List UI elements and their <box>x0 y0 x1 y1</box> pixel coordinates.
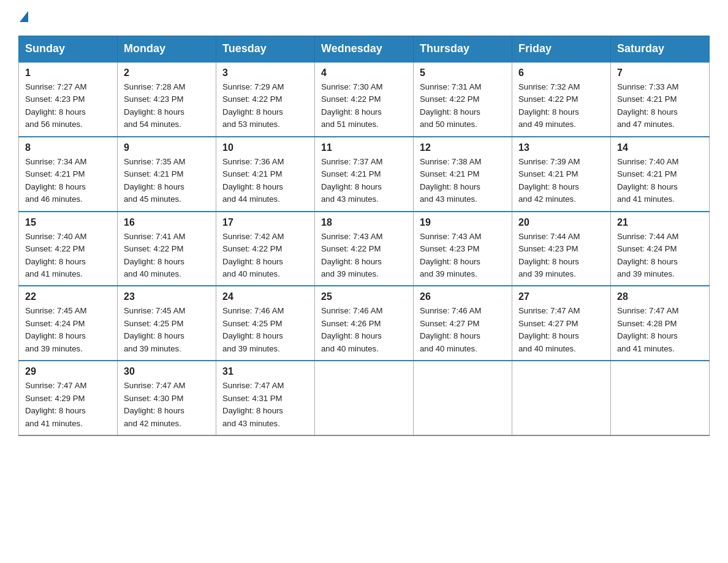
day-number: 4 <box>321 67 407 79</box>
day-info: Sunrise: 7:33 AMSunset: 4:21 PMDaylight:… <box>617 82 678 129</box>
day-number: 26 <box>420 291 506 302</box>
day-info: Sunrise: 7:32 AMSunset: 4:22 PMDaylight:… <box>518 82 580 129</box>
day-info: Sunrise: 7:44 AMSunset: 4:24 PMDaylight:… <box>617 232 678 278</box>
day-number: 24 <box>222 291 308 302</box>
day-info: Sunrise: 7:39 AMSunset: 4:21 PMDaylight:… <box>518 157 580 204</box>
column-header-tuesday: Tuesday <box>216 36 315 63</box>
day-info: Sunrise: 7:41 AMSunset: 4:22 PMDaylight:… <box>124 232 185 278</box>
day-info: Sunrise: 7:46 AMSunset: 4:27 PMDaylight:… <box>420 306 481 353</box>
day-info: Sunrise: 7:46 AMSunset: 4:25 PMDaylight:… <box>222 306 284 353</box>
day-number: 19 <box>420 217 506 228</box>
day-info: Sunrise: 7:46 AMSunset: 4:26 PMDaylight:… <box>321 306 382 353</box>
calendar-cell: 25 Sunrise: 7:46 AMSunset: 4:26 PMDaylig… <box>315 286 414 361</box>
calendar-cell <box>315 361 414 435</box>
calendar-cell: 6 Sunrise: 7:32 AMSunset: 4:22 PMDayligh… <box>512 62 611 137</box>
calendar-week-row: 22 Sunrise: 7:45 AMSunset: 4:24 PMDaylig… <box>19 286 710 361</box>
day-number: 21 <box>617 217 703 228</box>
day-number: 16 <box>124 217 210 228</box>
day-info: Sunrise: 7:28 AMSunset: 4:23 PMDaylight:… <box>124 82 185 129</box>
calendar-cell: 17 Sunrise: 7:42 AMSunset: 4:22 PMDaylig… <box>216 212 315 286</box>
calendar-cell: 8 Sunrise: 7:34 AMSunset: 4:21 PMDayligh… <box>19 137 118 212</box>
calendar-cell: 5 Sunrise: 7:31 AMSunset: 4:22 PMDayligh… <box>414 62 512 137</box>
calendar-cell: 12 Sunrise: 7:38 AMSunset: 4:21 PMDaylig… <box>414 137 512 212</box>
calendar-week-row: 1 Sunrise: 7:27 AMSunset: 4:23 PMDayligh… <box>19 62 710 137</box>
day-info: Sunrise: 7:27 AMSunset: 4:23 PMDaylight:… <box>25 82 86 129</box>
calendar-cell: 16 Sunrise: 7:41 AMSunset: 4:22 PMDaylig… <box>118 212 216 286</box>
day-number: 17 <box>222 217 308 228</box>
day-number: 28 <box>617 291 703 302</box>
calendar-cell: 20 Sunrise: 7:44 AMSunset: 4:23 PMDaylig… <box>512 212 611 286</box>
day-info: Sunrise: 7:45 AMSunset: 4:25 PMDaylight:… <box>124 306 185 353</box>
day-number: 30 <box>124 366 210 377</box>
calendar-cell: 3 Sunrise: 7:29 AMSunset: 4:22 PMDayligh… <box>216 62 315 137</box>
calendar-cell: 28 Sunrise: 7:47 AMSunset: 4:28 PMDaylig… <box>611 286 710 361</box>
day-number: 23 <box>124 291 210 302</box>
day-info: Sunrise: 7:47 AMSunset: 4:27 PMDaylight:… <box>518 306 580 353</box>
day-info: Sunrise: 7:34 AMSunset: 4:21 PMDaylight:… <box>25 157 86 204</box>
day-number: 3 <box>222 67 308 79</box>
calendar-cell: 19 Sunrise: 7:43 AMSunset: 4:23 PMDaylig… <box>414 212 512 286</box>
calendar-cell: 31 Sunrise: 7:47 AMSunset: 4:31 PMDaylig… <box>216 361 315 435</box>
day-number: 31 <box>222 366 308 377</box>
day-number: 25 <box>321 291 407 302</box>
calendar-cell: 2 Sunrise: 7:28 AMSunset: 4:23 PMDayligh… <box>118 62 216 137</box>
day-info: Sunrise: 7:44 AMSunset: 4:23 PMDaylight:… <box>518 232 580 278</box>
calendar-cell: 4 Sunrise: 7:30 AMSunset: 4:22 PMDayligh… <box>315 62 414 137</box>
calendar-cell: 15 Sunrise: 7:40 AMSunset: 4:22 PMDaylig… <box>19 212 118 286</box>
logo <box>18 12 29 23</box>
day-info: Sunrise: 7:43 AMSunset: 4:23 PMDaylight:… <box>420 232 481 278</box>
calendar-cell: 14 Sunrise: 7:40 AMSunset: 4:21 PMDaylig… <box>611 137 710 212</box>
column-header-sunday: Sunday <box>19 36 118 63</box>
calendar-cell: 23 Sunrise: 7:45 AMSunset: 4:25 PMDaylig… <box>118 286 216 361</box>
column-header-wednesday: Wednesday <box>315 36 414 63</box>
day-info: Sunrise: 7:30 AMSunset: 4:22 PMDaylight:… <box>321 82 382 129</box>
day-number: 20 <box>518 217 604 228</box>
day-number: 13 <box>518 142 604 153</box>
day-number: 11 <box>321 142 407 153</box>
day-info: Sunrise: 7:37 AMSunset: 4:21 PMDaylight:… <box>321 157 382 204</box>
day-info: Sunrise: 7:38 AMSunset: 4:21 PMDaylight:… <box>420 157 481 204</box>
calendar-cell: 30 Sunrise: 7:47 AMSunset: 4:30 PMDaylig… <box>118 361 216 435</box>
calendar-cell <box>611 361 710 435</box>
day-info: Sunrise: 7:36 AMSunset: 4:21 PMDaylight:… <box>222 157 284 204</box>
calendar-cell: 13 Sunrise: 7:39 AMSunset: 4:21 PMDaylig… <box>512 137 611 212</box>
logo-triangle-icon <box>20 11 28 22</box>
day-info: Sunrise: 7:43 AMSunset: 4:22 PMDaylight:… <box>321 232 382 278</box>
calendar-cell: 7 Sunrise: 7:33 AMSunset: 4:21 PMDayligh… <box>611 62 710 137</box>
day-number: 29 <box>25 366 111 377</box>
calendar-cell <box>414 361 512 435</box>
day-number: 9 <box>124 142 210 153</box>
column-header-monday: Monday <box>118 36 216 63</box>
calendar-header-row: SundayMondayTuesdayWednesdayThursdayFrid… <box>19 36 710 63</box>
day-info: Sunrise: 7:47 AMSunset: 4:30 PMDaylight:… <box>124 381 185 427</box>
calendar-cell: 29 Sunrise: 7:47 AMSunset: 4:29 PMDaylig… <box>19 361 118 435</box>
day-number: 1 <box>25 67 111 79</box>
day-number: 2 <box>124 67 210 79</box>
day-number: 6 <box>518 67 604 79</box>
day-info: Sunrise: 7:45 AMSunset: 4:24 PMDaylight:… <box>25 306 86 353</box>
calendar-cell: 18 Sunrise: 7:43 AMSunset: 4:22 PMDaylig… <box>315 212 414 286</box>
column-header-saturday: Saturday <box>611 36 710 63</box>
day-info: Sunrise: 7:47 AMSunset: 4:28 PMDaylight:… <box>617 306 678 353</box>
day-number: 5 <box>420 67 506 79</box>
day-number: 10 <box>222 142 308 153</box>
calendar-cell: 21 Sunrise: 7:44 AMSunset: 4:24 PMDaylig… <box>611 212 710 286</box>
day-number: 8 <box>25 142 111 153</box>
day-info: Sunrise: 7:35 AMSunset: 4:21 PMDaylight:… <box>124 157 185 204</box>
calendar-table: SundayMondayTuesdayWednesdayThursdayFrid… <box>18 36 710 436</box>
day-info: Sunrise: 7:42 AMSunset: 4:22 PMDaylight:… <box>222 232 284 278</box>
day-number: 15 <box>25 217 111 228</box>
calendar-cell <box>512 361 611 435</box>
calendar-cell: 9 Sunrise: 7:35 AMSunset: 4:21 PMDayligh… <box>118 137 216 212</box>
calendar-cell: 24 Sunrise: 7:46 AMSunset: 4:25 PMDaylig… <box>216 286 315 361</box>
calendar-week-row: 15 Sunrise: 7:40 AMSunset: 4:22 PMDaylig… <box>19 212 710 286</box>
page-header <box>18 12 710 23</box>
day-number: 18 <box>321 217 407 228</box>
calendar-cell: 27 Sunrise: 7:47 AMSunset: 4:27 PMDaylig… <box>512 286 611 361</box>
calendar-cell: 1 Sunrise: 7:27 AMSunset: 4:23 PMDayligh… <box>19 62 118 137</box>
day-number: 7 <box>617 67 703 79</box>
day-number: 22 <box>25 291 111 302</box>
day-info: Sunrise: 7:47 AMSunset: 4:29 PMDaylight:… <box>25 381 86 427</box>
calendar-cell: 22 Sunrise: 7:45 AMSunset: 4:24 PMDaylig… <box>19 286 118 361</box>
day-info: Sunrise: 7:29 AMSunset: 4:22 PMDaylight:… <box>222 82 284 129</box>
